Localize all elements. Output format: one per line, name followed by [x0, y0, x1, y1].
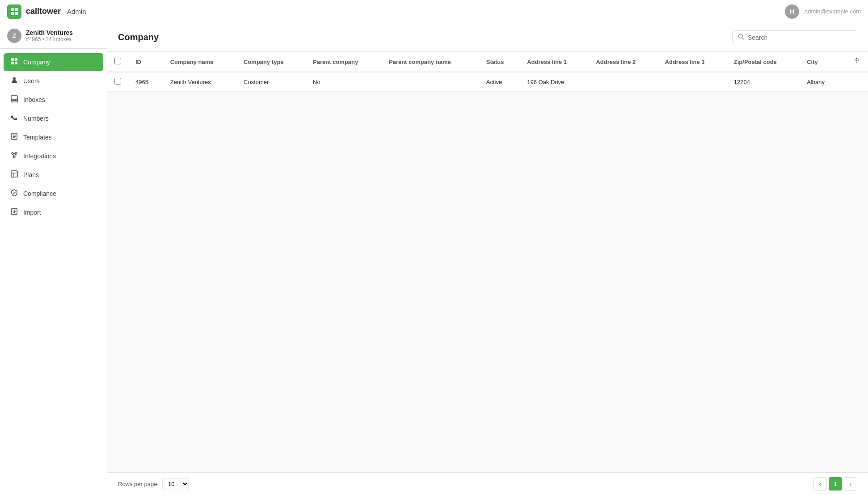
- col-header-company-name: Company name: [163, 52, 236, 72]
- col-header-settings: [841, 52, 868, 72]
- col-header-company-type: Company type: [236, 52, 306, 72]
- cell-company-name: Zenith Ventures: [163, 72, 236, 92]
- sidebar-item-label: Templates: [23, 134, 52, 141]
- sidebar-item-label: Company: [23, 59, 50, 66]
- svg-rect-21: [11, 171, 17, 177]
- sidebar-item-label: Plans: [23, 171, 39, 178]
- sidebar-item-compliance[interactable]: Compliance: [4, 185, 103, 203]
- user-email: admin@example.com: [805, 8, 861, 15]
- select-all-checkbox[interactable]: [114, 58, 121, 64]
- select-all-header: [107, 52, 128, 72]
- sidebar-item-label: Users: [23, 77, 40, 85]
- rows-per-page-control: Rows per page: 10 25 50 100: [118, 478, 189, 490]
- col-header-address-2: Address line 2: [589, 52, 657, 72]
- col-header-address-1: Address line 1: [520, 52, 589, 72]
- sidebar-item-plans[interactable]: Plans: [4, 166, 103, 184]
- table-settings-button[interactable]: [854, 57, 861, 66]
- prev-page-button[interactable]: ‹: [813, 477, 827, 491]
- templates-icon: [11, 133, 18, 142]
- sidebar-item-import[interactable]: Import: [4, 203, 103, 221]
- rows-per-page-label: Rows per page:: [118, 481, 159, 487]
- sidebar-item-label: Inboxes: [23, 96, 45, 103]
- cell-parent-company-name: [382, 72, 479, 92]
- cell-parent-company: No: [306, 72, 382, 92]
- svg-line-20: [15, 154, 16, 157]
- table-container: ID Company name Company type Parent comp…: [107, 52, 868, 472]
- col-header-zip: Zip/Postal code: [727, 52, 800, 72]
- sidebar: Z Zenith Ventures #4965 • 24 inboxes Com…: [0, 23, 107, 495]
- row-checkbox-cell: [107, 72, 128, 92]
- svg-rect-2: [11, 12, 14, 15]
- company-table: ID Company name Company type Parent comp…: [107, 52, 868, 92]
- plans-icon: [11, 170, 18, 179]
- layout: Z Zenith Ventures #4965 • 24 inboxes Com…: [0, 23, 868, 495]
- cell-city: Albany: [800, 72, 841, 92]
- row-checkbox[interactable]: [114, 78, 121, 85]
- search-icon: [738, 34, 744, 41]
- sidebar-item-templates[interactable]: Templates: [4, 128, 103, 146]
- svg-point-17: [13, 156, 15, 158]
- cell-zip: 12204: [727, 72, 800, 92]
- topnav: calltower Admin H admin@example.com: [0, 0, 868, 23]
- sidebar-item-label: Import: [23, 209, 41, 216]
- workspace-meta: #4965 • 24 inboxes: [26, 36, 73, 42]
- main-header: Company: [107, 23, 868, 52]
- search-input[interactable]: [748, 34, 851, 41]
- svg-point-8: [13, 77, 16, 80]
- workspace-item[interactable]: Z Zenith Ventures #4965 • 24 inboxes: [0, 23, 107, 49]
- sidebar-item-numbers[interactable]: Numbers: [4, 110, 103, 127]
- svg-rect-6: [11, 62, 14, 64]
- cell-address-1: 196 Oak Drive: [520, 72, 589, 92]
- sidebar-item-label: Compliance: [23, 190, 56, 197]
- svg-line-19: [13, 154, 14, 157]
- topnav-right: H admin@example.com: [785, 4, 861, 19]
- rows-per-page-select[interactable]: 10 25 50 100: [162, 478, 189, 490]
- brand-name: calltower: [26, 7, 61, 16]
- logo-icon: [7, 4, 21, 19]
- cell-address-3: [658, 72, 727, 92]
- integrations-icon: [11, 152, 18, 161]
- cell-id: 4965: [128, 72, 163, 92]
- col-header-status: Status: [479, 52, 520, 72]
- sidebar-item-integrations[interactable]: Integrations: [4, 147, 103, 165]
- col-header-address-3: Address line 3: [658, 52, 727, 72]
- svg-rect-5: [15, 58, 17, 61]
- cell-address-2: [589, 72, 657, 92]
- admin-label: Admin: [67, 8, 86, 15]
- col-header-city: City: [800, 52, 841, 72]
- svg-rect-7: [15, 62, 17, 64]
- sidebar-item-company[interactable]: Company: [4, 53, 103, 71]
- cell-status: Active: [479, 72, 520, 92]
- table-footer: Rows per page: 10 25 50 100 ‹ 1 ›: [107, 472, 868, 495]
- page-1-button[interactable]: 1: [829, 477, 842, 491]
- users-icon: [11, 76, 18, 85]
- sidebar-item-users[interactable]: Users: [4, 72, 103, 90]
- sidebar-item-inboxes[interactable]: Inboxes: [4, 91, 103, 109]
- sidebar-item-label: Numbers: [23, 115, 49, 122]
- col-header-parent-company-name: Parent company name: [382, 52, 479, 72]
- search-box[interactable]: [732, 30, 857, 44]
- svg-rect-3: [15, 12, 18, 15]
- numbers-icon: [11, 114, 18, 123]
- page-title: Company: [118, 32, 159, 42]
- user-avatar[interactable]: H: [785, 4, 799, 19]
- inboxes-icon: [11, 95, 18, 104]
- svg-rect-0: [11, 8, 14, 11]
- col-header-parent-company: Parent company: [306, 52, 382, 72]
- sidebar-nav: Company Users: [0, 49, 107, 226]
- cell-settings: [841, 72, 868, 92]
- cell-company-type: Customer: [236, 72, 306, 92]
- next-page-button[interactable]: ›: [844, 477, 857, 491]
- svg-rect-1: [15, 8, 18, 11]
- compliance-icon: [11, 189, 18, 198]
- svg-line-26: [742, 38, 744, 40]
- import-icon: [11, 208, 18, 217]
- sidebar-item-label: Integrations: [23, 152, 56, 160]
- workspace-avatar: Z: [7, 29, 21, 43]
- main-content: Company ID: [107, 23, 868, 495]
- table-row: 4965 Zenith Ventures Customer No Active …: [107, 72, 868, 92]
- pagination: ‹ 1 ›: [813, 477, 857, 491]
- workspace-name: Zenith Ventures: [26, 29, 73, 36]
- workspace-info: Zenith Ventures #4965 • 24 inboxes: [26, 29, 73, 42]
- svg-rect-4: [11, 58, 14, 61]
